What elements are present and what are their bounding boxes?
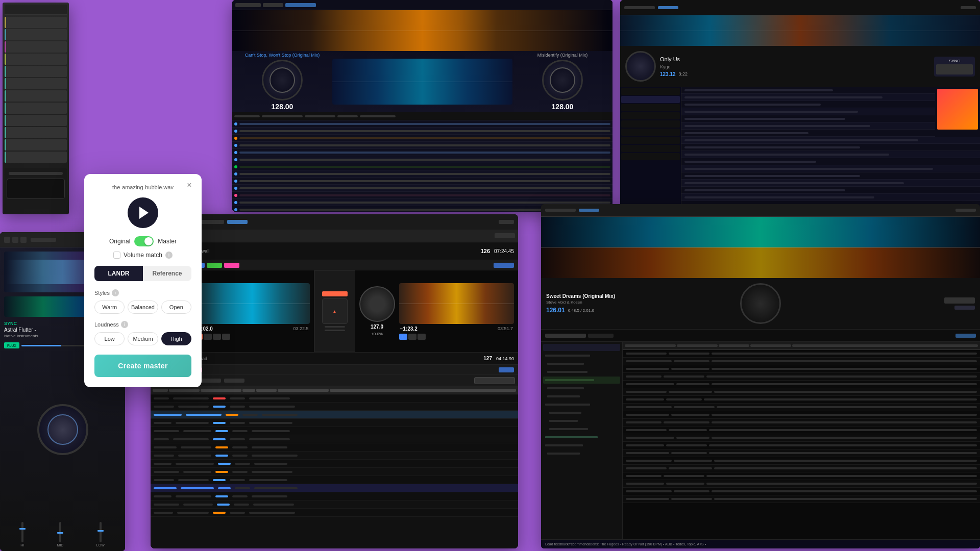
styles-section-label: Styles i: [94, 289, 191, 296]
volume-match-checkbox[interactable]: [113, 252, 120, 259]
filename-display: the-amazing-hubble.wav: [94, 184, 191, 190]
landr-tab[interactable]: LANDR: [94, 266, 143, 281]
original-master-toggle[interactable]: [134, 236, 154, 246]
volume-match-label: Volume match: [124, 252, 162, 259]
styles-options: Warm Balanced Open: [94, 300, 191, 314]
close-icon: ×: [187, 181, 191, 190]
styles-info-icon[interactable]: i: [112, 289, 119, 296]
style-balanced-button[interactable]: Balanced: [128, 300, 158, 314]
style-open-button[interactable]: Open: [161, 300, 191, 314]
loudness-section-label: Loudness i: [94, 321, 191, 328]
loudness-info-icon[interactable]: i: [121, 321, 128, 328]
loudness-medium-button[interactable]: Medium: [128, 332, 158, 345]
modal-overlay: × the-amazing-hubble.wav Original Master…: [0, 0, 980, 551]
loudness-low-button[interactable]: Low: [94, 332, 125, 345]
loudness-options: Low Medium High: [94, 332, 191, 345]
reference-tab[interactable]: Reference: [143, 266, 191, 281]
master-label: Master: [158, 238, 177, 245]
volume-match-info-icon[interactable]: i: [165, 252, 173, 259]
mastering-tab-group: LANDR Reference: [94, 266, 191, 281]
play-icon: [139, 207, 149, 219]
create-master-button[interactable]: Create master: [94, 355, 191, 377]
play-button[interactable]: [128, 197, 158, 228]
loudness-high-button[interactable]: High: [161, 332, 191, 345]
original-label: Original: [109, 238, 130, 245]
style-warm-button[interactable]: Warm: [94, 300, 125, 314]
mastering-modal: × the-amazing-hubble.wav Original Master…: [84, 174, 202, 387]
close-button[interactable]: ×: [184, 180, 194, 190]
